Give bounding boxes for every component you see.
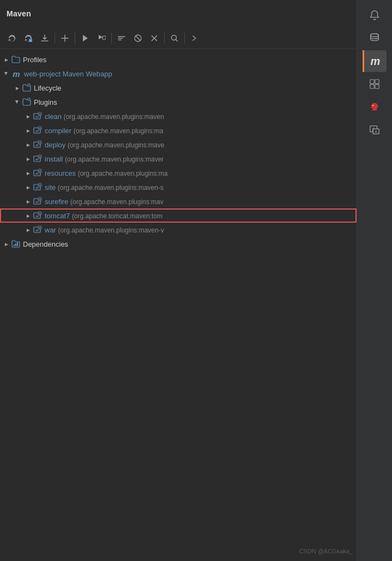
svg-point-63 xyxy=(371,34,379,37)
label-dependencies: Dependencies xyxy=(23,240,68,248)
tree-item-plugin-compiler[interactable]: ► m m compiler (org.apache.maven.plugins… xyxy=(0,123,357,138)
svg-text:m: m xyxy=(39,127,41,130)
svg-rect-61 xyxy=(15,243,16,246)
tree-item-dependencies[interactable]: ► Dependencies xyxy=(0,237,357,251)
close-button[interactable] xyxy=(147,31,162,46)
search-button[interactable] xyxy=(167,31,182,46)
tree-item-plugin-deploy[interactable]: ► m m deploy (org.apache.maven.plugins:m… xyxy=(0,138,357,152)
tree-item-plugin-war[interactable]: ► m m war (org.apache.maven.plugins:mave… xyxy=(0,223,357,237)
arrow-clean: ► xyxy=(24,112,33,121)
copilot-icon[interactable] xyxy=(364,73,385,95)
tree-item-plugin-resources[interactable]: ► m m resources (org.apache.maven.plugin… xyxy=(0,166,357,180)
arrow-profiles: ► xyxy=(2,55,11,64)
svg-rect-65 xyxy=(375,80,379,83)
arrow-web-project: ► xyxy=(2,69,11,78)
tree-item-lifecycle[interactable]: ► Lifecycle xyxy=(0,81,357,95)
label-plugin-clean: clean (org.apache.maven.plugins:maven xyxy=(45,112,164,121)
more-button[interactable] xyxy=(187,31,202,46)
notification-icon[interactable] xyxy=(364,4,385,26)
toolbar: + xyxy=(0,27,357,49)
tree-item-web-project[interactable]: ► m web-project Maven Webapp xyxy=(0,67,357,81)
icon-profiles xyxy=(11,55,21,64)
sep5 xyxy=(184,33,185,44)
icon-web-project: m xyxy=(11,69,22,79)
main-panel: Maven + xyxy=(0,0,357,561)
download-button[interactable] xyxy=(37,31,52,46)
sep4 xyxy=(164,33,165,44)
label-lifecycle: Lifecycle xyxy=(34,84,62,92)
svg-text:m: m xyxy=(39,212,41,215)
tree-item-plugins[interactable]: ► Plugins xyxy=(0,95,357,109)
label-plugins: Plugins xyxy=(34,98,57,106)
svg-marker-2 xyxy=(83,35,88,41)
svg-point-68 xyxy=(372,105,373,106)
svg-rect-62 xyxy=(17,242,18,246)
arrow-tomcat7: ► xyxy=(24,211,33,220)
panel-title: Maven xyxy=(7,9,31,18)
icon-dependencies xyxy=(11,239,21,249)
svg-rect-60 xyxy=(14,244,15,246)
tree-item-plugin-install[interactable]: ► m m install (org.apache.maven.plugins:… xyxy=(0,152,357,166)
svg-rect-4 xyxy=(102,36,106,39)
toggle-button[interactable] xyxy=(114,31,129,46)
bird-icon[interactable] xyxy=(364,96,385,118)
label-plugin-compiler: compiler (org.apache.maven.plugins:ma xyxy=(45,127,164,135)
arrow-dependencies: ► xyxy=(2,240,11,248)
svg-rect-66 xyxy=(370,85,374,88)
tree-item-profiles[interactable]: ► Profiles xyxy=(0,52,357,67)
reload-button[interactable] xyxy=(4,31,20,46)
translate-icon[interactable]: A A xyxy=(364,119,385,141)
tree-item-plugin-tomcat7[interactable]: ► m m tomcat7 (org.apache.tomcat.maven:t… xyxy=(0,208,357,223)
label-web-project: web-project Maven Webapp xyxy=(24,70,112,78)
svg-point-9 xyxy=(172,35,177,40)
sep1 xyxy=(55,33,55,44)
sep3 xyxy=(111,33,112,44)
label-plugin-install: install (org.apache.maven.plugins:maver xyxy=(45,155,164,163)
arrow-deploy: ► xyxy=(24,140,33,149)
maven-icon[interactable]: m xyxy=(363,50,387,72)
label-plugin-deploy: deploy (org.apache.maven.plugins:mave xyxy=(45,141,164,149)
watermark: CSDN @ACGkaka_ xyxy=(299,548,353,554)
label-plugin-site: site (org.apache.maven.plugins:maven-s xyxy=(45,183,164,192)
icon-plugin-tomcat7: m m xyxy=(33,211,43,220)
tree-item-plugin-clean[interactable]: ► m m clean (org.apache.maven.plugins:ma… xyxy=(0,109,357,123)
run-button[interactable] xyxy=(77,31,93,46)
svg-text:+: + xyxy=(30,39,32,42)
svg-line-10 xyxy=(176,39,178,41)
arrow-resources: ► xyxy=(24,169,33,177)
icon-plugin-clean: m m xyxy=(33,111,43,121)
panel-header: Maven xyxy=(0,0,357,27)
run-debug-button[interactable] xyxy=(94,31,109,46)
arrow-site: ► xyxy=(24,183,33,192)
icon-plugins xyxy=(22,97,32,107)
icon-plugin-war: m m xyxy=(33,225,43,235)
icon-plugin-compiler: m m xyxy=(33,126,43,135)
icon-plugin-resources: m m xyxy=(33,168,43,178)
reload-all-button[interactable]: + xyxy=(21,31,36,46)
arrow-plugins: ► xyxy=(13,98,22,106)
svg-text:m: m xyxy=(39,113,41,116)
icon-plugin-surefire: m m xyxy=(33,196,43,206)
icon-lifecycle xyxy=(22,83,32,93)
svg-line-6 xyxy=(136,35,141,40)
tree-item-plugin-surefire[interactable]: ► m m surefire (org.apache.maven.plugins… xyxy=(0,194,357,208)
icon-plugin-install: m m xyxy=(33,154,43,164)
svg-text:m: m xyxy=(39,156,41,158)
label-plugin-surefire: surefire (org.apache.maven.plugins:mav xyxy=(45,198,164,206)
skip-button[interactable] xyxy=(130,31,146,46)
label-profiles: Profiles xyxy=(23,56,46,64)
icon-plugin-deploy: m m xyxy=(33,140,43,150)
maven-tree: ► Profiles ► m web-project Maven Webapp … xyxy=(0,49,357,561)
add-button[interactable] xyxy=(57,31,73,46)
svg-marker-3 xyxy=(99,35,102,39)
right-sidebar: m A A xyxy=(357,0,392,561)
tree-item-plugin-site[interactable]: ► m m site (org.apache.maven.plugins:mav… xyxy=(0,180,357,194)
svg-text:m: m xyxy=(39,226,41,229)
database-icon[interactable] xyxy=(364,27,385,49)
svg-text:m: m xyxy=(39,198,41,201)
svg-text:A: A xyxy=(375,130,378,134)
icon-plugin-site: m m xyxy=(33,182,43,192)
label-plugin-war: war (org.apache.maven.plugins:maven-v xyxy=(45,226,164,234)
sep2 xyxy=(75,33,75,44)
svg-rect-67 xyxy=(375,85,379,88)
